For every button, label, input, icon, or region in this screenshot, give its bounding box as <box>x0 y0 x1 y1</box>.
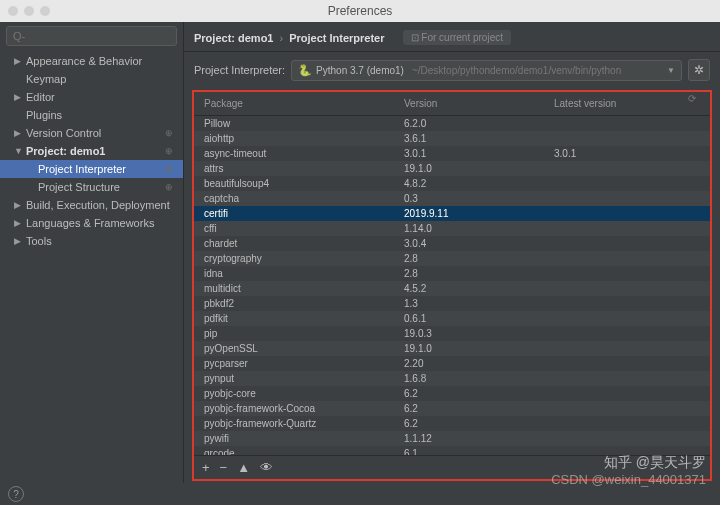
show-early-releases-button[interactable]: 👁 <box>260 460 273 475</box>
minimize-icon[interactable] <box>24 6 34 16</box>
package-row[interactable]: certifi2019.9.11 <box>194 206 710 221</box>
pkg-version: 3.6.1 <box>404 133 554 144</box>
interpreter-path: ~/Desktop/pythondemo/demo1/venv/bin/pyth… <box>412 65 621 76</box>
pkg-name: certifi <box>204 208 404 219</box>
pkg-version: 19.0.3 <box>404 328 554 339</box>
package-row[interactable]: pywifi1.1.12 <box>194 431 710 446</box>
sidebar-item-label: Project Interpreter <box>38 163 126 175</box>
package-row[interactable]: idna2.8 <box>194 266 710 281</box>
pkg-version: 6.2 <box>404 388 554 399</box>
sidebar-item-project-interpreter[interactable]: Project Interpreter⊕ <box>0 160 183 178</box>
pkg-name: multidict <box>204 283 404 294</box>
package-row[interactable]: cffi1.14.0 <box>194 221 710 236</box>
package-row[interactable]: pycparser2.20 <box>194 356 710 371</box>
package-row[interactable]: pyobjc-core6.2 <box>194 386 710 401</box>
sidebar-item-keymap[interactable]: Keymap <box>0 70 183 88</box>
interpreter-settings-button[interactable]: ✲ <box>688 59 710 81</box>
col-version[interactable]: Version <box>404 98 554 109</box>
col-package[interactable]: Package <box>204 98 404 109</box>
package-row[interactable]: multidict4.5.2 <box>194 281 710 296</box>
expand-icon: ▶ <box>14 236 22 246</box>
col-latest[interactable]: Latest version <box>554 98 700 109</box>
expand-icon: ▼ <box>14 146 22 156</box>
pkg-latest <box>554 253 700 264</box>
pkg-version: 6.2 <box>404 418 554 429</box>
package-table-body[interactable]: Pillow6.2.0aiohttp3.6.1async-timeout3.0.… <box>194 116 710 455</box>
package-row[interactable]: pyOpenSSL19.1.0 <box>194 341 710 356</box>
sidebar-item-project-demo1[interactable]: ▼Project: demo1⊕ <box>0 142 183 160</box>
package-row[interactable]: aiohttp3.6.1 <box>194 131 710 146</box>
pkg-version: 1.6.8 <box>404 373 554 384</box>
package-row[interactable]: pbkdf21.3 <box>194 296 710 311</box>
pkg-latest <box>554 388 700 399</box>
package-row[interactable]: pyobjc-framework-Cocoa6.2 <box>194 401 710 416</box>
package-row[interactable]: pynput1.6.8 <box>194 371 710 386</box>
search-container <box>0 22 183 50</box>
package-row[interactable]: cryptography2.8 <box>194 251 710 266</box>
sidebar-item-build-execution-deployment[interactable]: ▶Build, Execution, Deployment <box>0 196 183 214</box>
pkg-version: 6.2 <box>404 403 554 414</box>
sidebar-item-languages-frameworks[interactable]: ▶Languages & Frameworks <box>0 214 183 232</box>
package-row[interactable]: qrcode6.1 <box>194 446 710 455</box>
close-icon[interactable] <box>8 6 18 16</box>
pkg-latest <box>554 118 700 129</box>
sidebar-item-appearance-behavior[interactable]: ▶Appearance & Behavior <box>0 52 183 70</box>
pkg-latest <box>554 343 700 354</box>
pkg-latest <box>554 328 700 339</box>
upgrade-package-button[interactable]: ▲ <box>237 460 250 475</box>
package-row[interactable]: beautifulsoup44.8.2 <box>194 176 710 191</box>
traffic-lights[interactable] <box>8 6 50 16</box>
pkg-latest <box>554 433 700 444</box>
sidebar-item-label: Appearance & Behavior <box>26 55 142 67</box>
package-row[interactable]: pip19.0.3 <box>194 326 710 341</box>
add-package-button[interactable]: + <box>202 460 210 475</box>
pkg-name: pyOpenSSL <box>204 343 404 354</box>
package-toolbar: + − ▲ 👁 <box>194 455 710 479</box>
crumb-root[interactable]: Project: demo1 <box>194 32 273 44</box>
pkg-version: 19.1.0 <box>404 343 554 354</box>
breadcrumb: Project: demo1 › Project Interpreter ⊡ F… <box>184 22 720 52</box>
remove-package-button[interactable]: − <box>220 460 228 475</box>
zoom-icon[interactable] <box>40 6 50 16</box>
package-row[interactable]: pdfkit0.6.1 <box>194 311 710 326</box>
pkg-name: cffi <box>204 223 404 234</box>
pkg-latest <box>554 208 700 219</box>
package-row[interactable]: pyobjc-framework-Quartz6.2 <box>194 416 710 431</box>
help-button[interactable]: ? <box>8 486 24 502</box>
sidebar-item-plugins[interactable]: Plugins <box>0 106 183 124</box>
sidebar: ▶Appearance & BehaviorKeymap▶EditorPlugi… <box>0 22 184 483</box>
pkg-latest <box>554 418 700 429</box>
pkg-latest: 3.0.1 <box>554 148 700 159</box>
titlebar: Preferences <box>0 0 720 22</box>
pkg-name: idna <box>204 268 404 279</box>
pkg-name: pbkdf2 <box>204 298 404 309</box>
sidebar-item-label: Project Structure <box>38 181 120 193</box>
interpreter-dropdown[interactable]: 🐍 Python 3.7 (demo1) ~/Desktop/pythondem… <box>291 60 682 81</box>
sidebar-item-project-structure[interactable]: Project Structure⊕ <box>0 178 183 196</box>
package-row[interactable]: Pillow6.2.0 <box>194 116 710 131</box>
search-input[interactable] <box>6 26 177 46</box>
pkg-name: qrcode <box>204 448 404 455</box>
pkg-version: 4.5.2 <box>404 283 554 294</box>
sidebar-item-version-control[interactable]: ▶Version Control⊕ <box>0 124 183 142</box>
highlight-box: Package Version Latest version ⟳ Pillow6… <box>192 90 712 481</box>
package-row[interactable]: chardet3.0.4 <box>194 236 710 251</box>
package-row[interactable]: captcha0.3 <box>194 191 710 206</box>
package-row[interactable]: attrs19.1.0 <box>194 161 710 176</box>
crumb-leaf: Project Interpreter <box>289 32 384 44</box>
sidebar-item-tools[interactable]: ▶Tools <box>0 232 183 250</box>
sidebar-item-editor[interactable]: ▶Editor <box>0 88 183 106</box>
package-row[interactable]: async-timeout3.0.13.0.1 <box>194 146 710 161</box>
python-icon: 🐍 <box>298 64 312 77</box>
pkg-version: 6.1 <box>404 448 554 455</box>
reload-icon[interactable]: ⟳ <box>688 93 696 104</box>
pkg-latest <box>554 133 700 144</box>
pkg-version: 3.0.1 <box>404 148 554 159</box>
interpreter-row: Project Interpreter: 🐍 Python 3.7 (demo1… <box>184 52 720 88</box>
sidebar-item-label: Plugins <box>26 109 62 121</box>
pkg-latest <box>554 163 700 174</box>
pkg-latest <box>554 193 700 204</box>
interpreter-name: Python 3.7 (demo1) <box>316 65 404 76</box>
pkg-name: aiohttp <box>204 133 404 144</box>
help-icon: ? <box>13 489 19 500</box>
